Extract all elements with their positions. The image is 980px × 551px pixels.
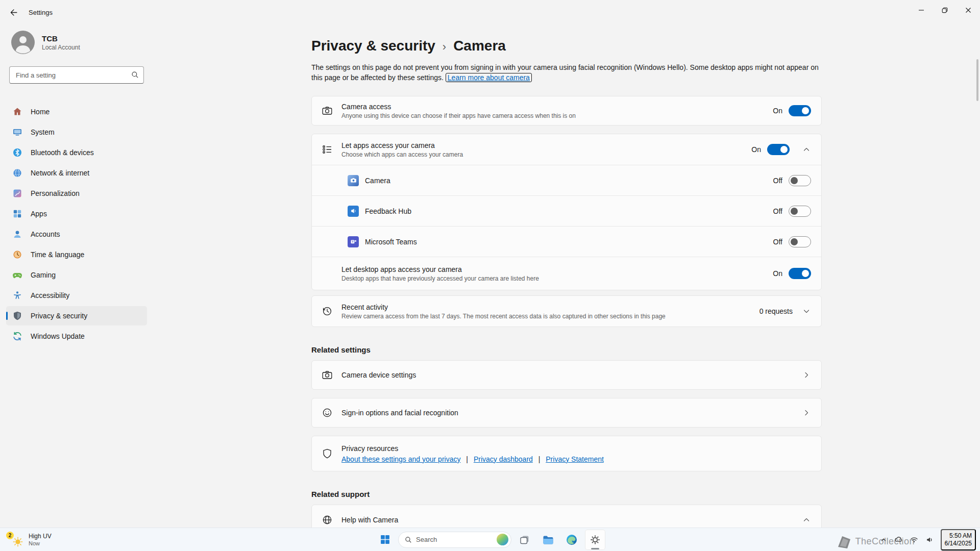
privacy-links: About these settings and your privacy | … xyxy=(341,455,811,463)
camera-device-settings-card: Camera device settings xyxy=(311,360,822,390)
app-name: Microsoft Teams xyxy=(365,238,773,246)
apps-grid-icon xyxy=(12,209,22,219)
clock-date: 6/14/2025 xyxy=(945,540,972,547)
camera-access-row: Camera access Anyone using this device c… xyxy=(312,96,821,125)
sidebar-item-privacy-security[interactable]: Privacy & security xyxy=(6,306,147,325)
weather-uv-icon: 2 xyxy=(7,532,23,547)
setting-desc: Desktop apps that have previously access… xyxy=(341,275,773,282)
sidebar-item-time-language[interactable]: Time & language xyxy=(6,245,147,264)
main-content: Privacy & security › Camera The settings… xyxy=(153,24,980,528)
desktop-apps-toggle[interactable] xyxy=(789,268,811,279)
breadcrumb-separator: › xyxy=(443,38,446,54)
chevron-right-icon xyxy=(802,370,811,380)
sidebar-item-system[interactable]: System xyxy=(6,122,147,142)
settings-search-input[interactable] xyxy=(9,66,144,84)
recent-activity-card[interactable]: Recent activity Review camera access fro… xyxy=(311,295,822,327)
accessibility-person-icon xyxy=(12,290,22,300)
privacy-link-dashboard[interactable]: Privacy dashboard xyxy=(474,455,533,463)
close-button[interactable] xyxy=(957,0,980,20)
sign-in-options-row[interactable]: Sign-in options and facial recognition xyxy=(312,398,821,427)
feedback-hub-toggle[interactable] xyxy=(789,206,811,217)
privacy-link-about[interactable]: About these settings and your privacy xyxy=(341,455,460,463)
widget-line1: High UV xyxy=(29,533,52,540)
widget-line2: Now xyxy=(29,540,52,546)
sidebar-item-network-internet[interactable]: Network & internet xyxy=(6,163,147,183)
file-explorer-button[interactable] xyxy=(538,530,558,550)
sidebar-item-home[interactable]: Home xyxy=(6,102,147,121)
chevron-up-icon[interactable] xyxy=(802,145,811,154)
desktop-apps-row: Let desktop apps access your camera Desk… xyxy=(312,257,821,290)
app-list-icon xyxy=(321,144,333,155)
chevron-up-icon[interactable] xyxy=(802,515,811,524)
smiley-icon xyxy=(321,407,333,418)
sidebar: TCB Local Account Home System Bluetooth … xyxy=(0,24,153,528)
update-arrows-icon xyxy=(12,331,22,341)
sidebar-item-bluetooth-devices[interactable]: Bluetooth & devices xyxy=(6,143,147,162)
taskbar: 2 High UV Now Search xyxy=(0,528,980,551)
sidebar-item-accounts[interactable]: Accounts xyxy=(6,224,147,244)
widgets-button[interactable]: 2 High UV Now xyxy=(1,529,58,550)
toggle-state-label: Off xyxy=(773,177,782,185)
camera-icon xyxy=(321,369,333,381)
chevron-down-icon[interactable] xyxy=(802,307,811,316)
search-highlight-icon xyxy=(497,534,508,545)
sidebar-nav: Home System Bluetooth & devices Network … xyxy=(6,102,147,346)
setting-title: Let desktop apps access your camera xyxy=(341,265,773,273)
settings-app-button[interactable] xyxy=(585,530,605,550)
globe-icon xyxy=(321,514,333,525)
app-row-feedback-hub: Feedback Hub Off xyxy=(312,196,821,226)
wifi-icon[interactable] xyxy=(907,533,921,547)
system-tray: 5:50 AM 6/14/2025 xyxy=(876,528,976,551)
sidebar-item-accessibility[interactable]: Accessibility xyxy=(6,286,147,305)
help-with-camera-card: Help with Camera xyxy=(311,505,822,528)
privacy-resources-title: Privacy resources xyxy=(341,444,811,453)
sidebar-item-apps[interactable]: Apps xyxy=(6,204,147,223)
intro-text: The settings on this page do not prevent… xyxy=(311,62,822,83)
folder-icon xyxy=(542,534,554,546)
camera-access-toggle[interactable] xyxy=(789,105,811,116)
taskbar-search[interactable]: Search xyxy=(398,532,511,548)
caption-buttons xyxy=(910,0,980,20)
sidebar-item-personalization[interactable]: Personalization xyxy=(6,184,147,203)
bluetooth-icon xyxy=(12,147,22,158)
tray-chevron-up-icon[interactable] xyxy=(876,533,891,547)
task-view-button[interactable] xyxy=(514,530,535,550)
help-with-camera-row[interactable]: Help with Camera xyxy=(312,505,821,528)
start-button[interactable] xyxy=(375,530,395,550)
page-title: Camera xyxy=(453,38,506,54)
toggle-state-label: On xyxy=(751,145,761,154)
privacy-link-statement[interactable]: Privacy Statement xyxy=(546,455,604,463)
let-apps-group-card: Let apps access your camera Choose which… xyxy=(311,134,822,290)
camera-icon xyxy=(321,105,333,116)
restore-button[interactable] xyxy=(933,0,957,20)
app-row-camera: Camera Off xyxy=(312,165,821,195)
clock-icon xyxy=(12,249,22,260)
teams-toggle[interactable] xyxy=(789,236,811,247)
back-arrow-icon xyxy=(9,8,18,17)
learn-more-link[interactable]: Learn more about camera xyxy=(446,73,532,82)
back-button[interactable] xyxy=(4,4,22,21)
scrollbar-thumb[interactable] xyxy=(976,59,978,101)
camera-app-toggle[interactable] xyxy=(789,175,811,186)
minimize-button[interactable] xyxy=(910,0,933,20)
toggle-state-label: Off xyxy=(773,207,782,215)
clock[interactable]: 5:50 AM 6/14/2025 xyxy=(941,529,976,550)
onedrive-cloud-icon[interactable] xyxy=(892,533,906,547)
link-separator: | xyxy=(538,455,541,463)
feedback-hub-app-icon xyxy=(348,206,359,217)
privacy-resources-card: Privacy resources About these settings a… xyxy=(311,436,822,471)
breadcrumb-parent[interactable]: Privacy & security xyxy=(311,38,435,54)
volume-icon[interactable] xyxy=(922,533,937,547)
camera-app-icon xyxy=(348,175,359,186)
window-title: Settings xyxy=(29,9,53,16)
accounts-person-icon xyxy=(12,229,22,239)
network-globe-icon xyxy=(12,168,22,178)
sidebar-item-gaming[interactable]: Gaming xyxy=(6,265,147,285)
let-apps-header-row: Let apps access your camera Choose which… xyxy=(312,134,821,165)
edge-icon xyxy=(566,534,578,546)
camera-device-settings-row[interactable]: Camera device settings xyxy=(312,361,821,389)
sidebar-item-windows-update[interactable]: Windows Update xyxy=(6,327,147,346)
sun-icon xyxy=(12,536,23,547)
let-apps-toggle[interactable] xyxy=(767,144,790,155)
edge-button[interactable] xyxy=(561,530,582,550)
